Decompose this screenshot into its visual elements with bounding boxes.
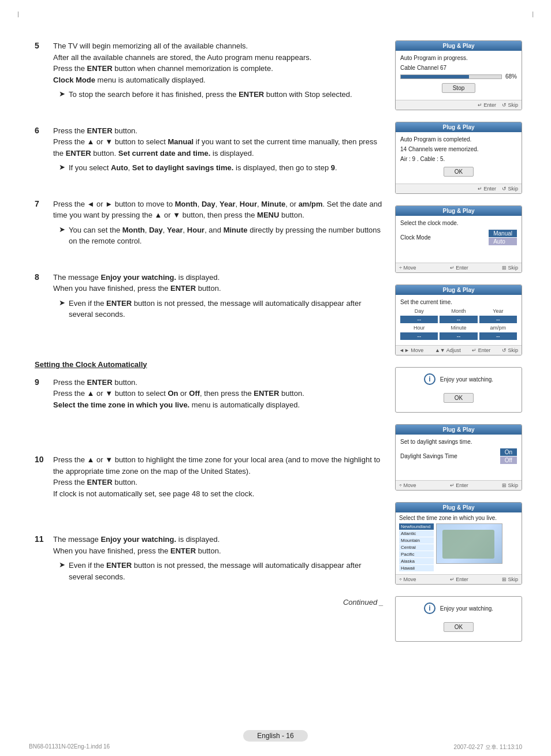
page-label: English - 16 [243, 730, 307, 742]
time-ampm-field[interactable]: -- [479, 332, 517, 340]
panel1-line2: Cable Channel 67 [400, 65, 446, 71]
enjoy-1-header: i Enjoy your watching. [424, 373, 493, 385]
tz-hawaii[interactable]: Hawaii [399, 565, 434, 571]
panel7-footer: ÷ Move ↵ Enter ⊞ Skip [396, 574, 522, 584]
panel4-line1: Set the current time. [400, 298, 517, 306]
tz-atlantic[interactable]: Atlantic [399, 530, 434, 537]
step-11-number: 11 [35, 534, 47, 585]
panel1-body: Auto Program in progress. Cable Channel … [396, 51, 522, 100]
panel7-footer1: ÷ Move [399, 577, 416, 582]
page-footer: BN68-01131N-02Eng-1.indd 16 2007-02-27 오… [29, 743, 522, 751]
panel2-skip-icon: ↺ Skip [502, 186, 518, 192]
step-8-number: 8 [35, 272, 47, 323]
step-11-arrow-text: Even if the ENTER button is not pressed,… [69, 560, 384, 582]
panel1-stop-btn[interactable]: Stop [442, 83, 476, 93]
panel1-bar-row: 68% [400, 73, 517, 80]
tz-newfoundland[interactable]: Newfoundland [399, 523, 434, 530]
panel4-footer2: ▲▼ Adjust [435, 347, 461, 353]
step-5: 5 The TV will begin memorizing all of th… [35, 40, 384, 103]
panel1-footer2: ↺ Skip [502, 102, 518, 108]
panel6-footer3: ⊞ Skip [502, 482, 518, 488]
panel3-body: Select the clock mode. Clock Mode Manual… [396, 216, 522, 263]
panel-daylight: Plug & Play Set to daylight savings time… [395, 424, 522, 491]
step-6-arrow: ➤ If you select Auto, Set to daylight sa… [59, 162, 384, 174]
us-map-bg [437, 524, 502, 563]
step-7-arrow-text: You can set the Month, Day, Year, Hour, … [69, 224, 384, 247]
enjoy-1-ok-btn[interactable]: OK [444, 393, 474, 403]
panel2-header: Plug & Play [396, 122, 522, 132]
step-7-arrow: ➤ You can set the Month, Day, Year, Hour… [59, 224, 384, 247]
step-11-arrow: ➤ Even if the ENTER button is not presse… [59, 560, 384, 582]
step-7-content: Press the ◄ or ► button to move to Month… [53, 199, 384, 250]
panel-clock-mode: Plug & Play Select the clock mode. Clock… [395, 205, 522, 273]
panel6-line1: Set to daylight savings time. [400, 438, 517, 446]
tz-central[interactable]: Central [399, 544, 434, 551]
clock-mode-options: Manual Auto [489, 230, 517, 245]
time-col3-label: Year [479, 308, 517, 314]
clock-option-auto[interactable]: Auto [489, 238, 517, 245]
panel6-body: Set to daylight savings time. Daylight S… [396, 435, 522, 480]
enjoy-2-header: i Enjoy your watching. [424, 602, 493, 614]
corner-mark-top-right: | [532, 10, 534, 17]
time-month-field[interactable]: -- [440, 316, 477, 323]
panel3-footer3: ⊞ Skip [502, 265, 518, 271]
step-9: 9 Press the ENTER button. Press the ▲ or… [35, 377, 384, 414]
right-column: Plug & Play Auto Program in progress. Ca… [395, 40, 522, 648]
dst-row: Daylight Savings Time On Off [400, 448, 517, 464]
panel2-ok-btn[interactable]: OK [444, 167, 474, 177]
panel2-footer2: ↺ Skip [502, 186, 518, 192]
panel3-footer: ÷ Move ↵ Enter ⊞ Skip [396, 263, 522, 272]
time-minute-field[interactable]: -- [440, 332, 477, 340]
panel2-line3: Air : 9 . Cable : 5. [400, 155, 517, 163]
timezone-map [436, 523, 502, 564]
panel1-header: Plug & Play [396, 41, 522, 51]
panel2-footer1: ↵ Enter [478, 186, 496, 192]
left-column: 5 The TV will begin memorizing all of th… [35, 40, 384, 648]
corner-mark-top-left: | [17, 10, 19, 17]
step-7: 7 Press the ◄ or ► button to move to Mon… [35, 199, 384, 250]
dst-option-off[interactable]: Off [500, 456, 517, 464]
panel2-enter-icon: ↵ Enter [478, 186, 496, 192]
step-5-line1: The TV will begin memorizing all of the … [53, 40, 384, 85]
panel-auto-progress: Plug & Play Auto Program in progress. Ca… [395, 40, 522, 110]
panel-timezone: Plug & Play Select the time zone in whic… [395, 502, 522, 585]
time-year-field[interactable]: -- [479, 316, 517, 323]
clock-option-manual[interactable]: Manual [489, 230, 517, 237]
dst-option-on[interactable]: On [500, 448, 517, 456]
panel1-progress-row: Cable Channel 67 [400, 65, 517, 71]
tz-mountain[interactable]: Mountain [399, 537, 434, 544]
panel4-header: Plug & Play [396, 285, 522, 295]
time-day-field[interactable]: -- [400, 316, 438, 323]
step-10: 10 Press the ▲ or ▼ button to highlight … [35, 454, 384, 503]
panel7-line1: Select the time zone in which you live. [399, 515, 518, 521]
step-7-number: 7 [35, 199, 47, 250]
tz-alaska[interactable]: Alaska [399, 558, 434, 564]
step-10-line1: Press the ▲ or ▼ button to highlight the… [53, 454, 384, 499]
time-col4-label: Hour [400, 325, 438, 331]
time-col6-label: am/pm [479, 325, 517, 331]
step-9-number: 9 [35, 377, 47, 414]
time-grid-fields1: -- -- -- [400, 316, 517, 323]
panel4-footer4: ↺ Skip [502, 347, 518, 353]
footer-right: 2007-02-27 오후. 11:13:10 [454, 743, 522, 751]
panel4-body: Set the current time. Day Month Year -- … [396, 295, 522, 345]
info-icon-1: i [424, 373, 435, 385]
step-8-line1: The message Enjoy your watching. is disp… [53, 272, 384, 294]
panel3-header: Plug & Play [396, 206, 522, 216]
panel-auto-complete: Plug & Play Auto Program is completed. 1… [395, 122, 522, 194]
step-10-number: 10 [35, 455, 47, 503]
time-hour-field[interactable]: -- [400, 332, 438, 340]
page-container: | | 5 The TV will begin memorizing all o… [0, 0, 551, 756]
enjoy-2-ok-btn[interactable]: OK [444, 622, 474, 632]
panel1-footer1: ↵ Enter [478, 102, 496, 108]
time-col5-label: Minute [440, 325, 477, 331]
arrow-symbol-7: ➤ [59, 225, 65, 234]
us-map-shape [442, 530, 494, 559]
step-8-arrow: ➤ Even if the ENTER button is not presse… [59, 298, 384, 320]
time-col2-label: Month [440, 308, 477, 314]
timezone-list: Newfoundland Atlantic Mountain Central P… [399, 523, 434, 572]
time-col1-label: Day [400, 308, 438, 314]
tz-pacific[interactable]: Pacific [399, 551, 434, 557]
enjoy-2-text: Enjoy your watching. [440, 605, 493, 612]
panel1-enter-icon: ↵ Enter [478, 102, 496, 108]
